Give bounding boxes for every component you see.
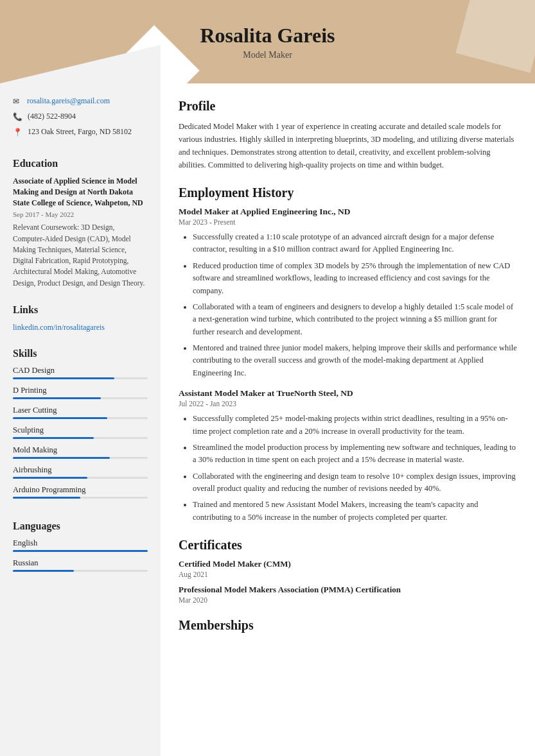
skill-item: Airbrushing — [13, 465, 148, 479]
skills-title: Skills — [13, 348, 148, 359]
profile-section: Profile Dedicated Model Maker with 1 yea… — [179, 99, 517, 171]
skill-bar-bg — [13, 497, 148, 499]
skill-item: CAD Design — [13, 366, 148, 379]
employment-section-title: Employment History — [179, 185, 517, 200]
edu-date: Sep 2017 - May 2022 — [13, 210, 148, 218]
job-bullet: Reduced production time of complex 3D mo… — [193, 260, 517, 297]
job-bullets: Successfully completed 25+ model-making … — [179, 413, 517, 524]
links-section: Links linkedin.com/in/rosalitagareis — [13, 304, 148, 332]
job-bullet: Mentored and trained three junior model … — [193, 342, 517, 379]
skill-name: Sculpting — [13, 425, 148, 435]
language-bar-fill — [13, 570, 74, 572]
education-section: Education Associate of Applied Science i… — [13, 158, 148, 289]
skill-bar-bg — [13, 477, 148, 479]
skill-bar-fill — [13, 377, 114, 379]
profile-text: Dedicated Model Maker with 1 year of exp… — [179, 120, 517, 171]
header-triangle-decoration — [0, 45, 161, 83]
skill-bar-fill — [13, 477, 87, 479]
memberships-section: Memberships — [179, 618, 517, 633]
skill-bar-fill — [13, 397, 101, 399]
memberships-section-title: Memberships — [179, 618, 517, 633]
edu-coursework: Relevant Coursework: 3D Design, Computer… — [13, 222, 148, 289]
job-date: Jul 2022 - Jan 2023 — [179, 400, 517, 408]
cert-date: Aug 2021 — [179, 571, 517, 578]
certificate-entry: Certified Model Maker (CMM) Aug 2021 — [179, 559, 517, 578]
job-bullet: Streamlined the model production process… — [193, 442, 517, 467]
job-entry: Assistant Model Maker at TrueNorth Steel… — [179, 388, 517, 524]
certificate-entry: Professional Model Makers Association (P… — [179, 585, 517, 604]
job-bullets: Successfully created a 1:10 scale protot… — [179, 231, 517, 379]
skills-list: CAD Design D Printing Laser Cutting Scul… — [13, 366, 148, 499]
phone-item: 📞 (482) 522-8904 — [13, 112, 148, 122]
language-bar-bg — [13, 570, 148, 572]
certificates-list: Certified Model Maker (CMM) Aug 2021 Pro… — [179, 559, 517, 604]
job-bullet: Successfully completed 25+ model-making … — [193, 413, 517, 438]
languages-title: Languages — [13, 520, 148, 532]
linkedin-link[interactable]: linkedin.com/in/rosalitagareis — [13, 323, 105, 332]
employment-section: Employment History Model Maker at Applie… — [179, 185, 517, 524]
skill-item: Arduino Programming — [13, 485, 148, 499]
edu-degree: Associate of Applied Science in Model Ma… — [13, 176, 148, 208]
coursework-label: Relevant Coursework: — [13, 223, 79, 231]
language-name: Russian — [13, 558, 148, 568]
jobs-list: Model Maker at Applied Engineering Inc.,… — [179, 207, 517, 524]
address-value: 123 Oak Street, Fargo, ND 58102 — [28, 127, 132, 137]
phone-icon: 📞 — [13, 112, 22, 122]
coursework-text: 3D Design, Computer-Aided Design (CAD), … — [13, 223, 145, 286]
email-link[interactable]: rosalita.gareis@gmail.com — [27, 96, 110, 106]
location-icon: 📍 — [13, 128, 22, 137]
job-bullet: Successfully created a 1:10 scale protot… — [193, 231, 517, 256]
skill-name: Laser Cutting — [13, 406, 148, 415]
email-item: ✉ rosalita.gareis@gmail.com — [13, 96, 148, 107]
skill-bar-bg — [13, 417, 148, 419]
job-title: Model Maker at Applied Engineering Inc.,… — [179, 207, 517, 217]
languages-section: Languages English Russian — [13, 520, 148, 578]
links-title: Links — [13, 304, 148, 316]
skill-item: D Printing — [13, 386, 148, 399]
language-item: English — [13, 538, 148, 552]
skill-bar-fill — [13, 437, 94, 439]
job-bullet: Collaborated with a team of engineers an… — [193, 301, 517, 338]
address-item: 📍 123 Oak Street, Fargo, ND 58102 — [13, 127, 148, 137]
header: Rosalita Gareis Model Maker — [0, 0, 535, 83]
skill-item: Mold Making — [13, 445, 148, 459]
job-date: Mar 2023 - Present — [179, 218, 517, 226]
candidate-name: Rosalita Gareis — [200, 24, 335, 47]
sidebar: ✉ rosalita.gareis@gmail.com 📞 (482) 522-… — [0, 83, 161, 756]
job-title: Assistant Model Maker at TrueNorth Steel… — [179, 388, 517, 399]
job-entry: Model Maker at Applied Engineering Inc.,… — [179, 207, 517, 379]
skill-item: Sculpting — [13, 425, 148, 439]
skills-section: Skills CAD Design D Printing Laser Cutti… — [13, 348, 148, 505]
phone-value: (482) 522-8904 — [28, 112, 76, 121]
skill-bar-fill — [13, 457, 110, 459]
language-bar-fill — [13, 550, 148, 552]
language-name: English — [13, 538, 148, 548]
languages-list: English Russian — [13, 538, 148, 572]
skill-item: Laser Cutting — [13, 406, 148, 419]
cert-title: Professional Model Makers Association (P… — [179, 585, 517, 595]
skill-bar-fill — [13, 417, 107, 419]
cert-date: Mar 2020 — [179, 596, 517, 604]
skill-bar-bg — [13, 437, 148, 439]
resume: Rosalita Gareis Model Maker ✉ rosalita.g… — [0, 0, 535, 756]
skill-bar-fill — [13, 497, 80, 499]
job-bullet: Collaborated with the engineering and de… — [193, 470, 517, 495]
certificates-section-title: Certificates — [179, 538, 517, 553]
skill-name: D Printing — [13, 386, 148, 395]
skill-name: Mold Making — [13, 445, 148, 455]
cert-title: Certified Model Maker (CMM) — [179, 559, 517, 569]
certificates-section: Certificates Certified Model Maker (CMM)… — [179, 538, 517, 604]
education-title: Education — [13, 158, 148, 169]
skill-name: Arduino Programming — [13, 485, 148, 495]
body: ✉ rosalita.gareis@gmail.com 📞 (482) 522-… — [0, 83, 535, 756]
profile-section-title: Profile — [179, 99, 517, 114]
skill-bar-bg — [13, 457, 148, 459]
candidate-title: Model Maker — [243, 50, 292, 60]
main-content: Profile Dedicated Model Maker with 1 yea… — [161, 83, 535, 756]
contact-section: ✉ rosalita.gareis@gmail.com 📞 (482) 522-… — [13, 96, 148, 142]
language-item: Russian — [13, 558, 148, 572]
skill-name: Airbrushing — [13, 465, 148, 475]
skill-bar-bg — [13, 397, 148, 399]
language-bar-bg — [13, 550, 148, 552]
job-bullet: Trained and mentored 5 new Assistant Mod… — [193, 499, 517, 524]
